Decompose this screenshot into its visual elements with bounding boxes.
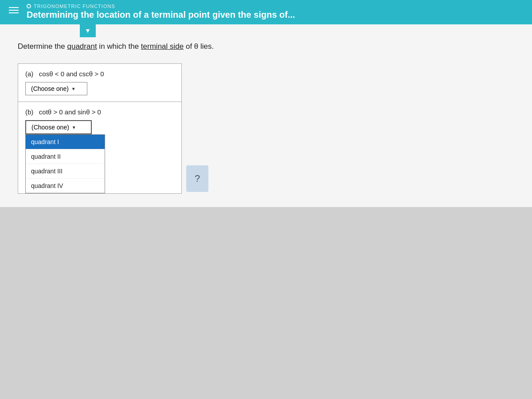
part-a-label: (a) cosθ < 0 and cscθ > 0	[25, 70, 174, 78]
dropdown-list: quadrant I quadrant II quadrant III quad…	[25, 134, 105, 193]
dropdown-option-4[interactable]: quadrant IV	[26, 179, 105, 193]
part-b-condition: cotθ > 0 and sinθ > 0	[39, 108, 101, 116]
quadrant-link[interactable]: quadrant	[67, 42, 97, 51]
top-bar: TRIGONOMETRIC FUNCTIONS Determining the …	[0, 0, 532, 24]
hamburger-menu-icon[interactable]	[9, 7, 19, 13]
dropdown-arrow-icon: ▼	[71, 86, 76, 91]
problems-wrapper: (a) cosθ < 0 and cscθ > 0 (Choose one) ▼…	[18, 63, 182, 194]
part-a-section: (a) cosθ < 0 and cscθ > 0 (Choose one) ▼	[18, 64, 181, 102]
part-b-dropdown[interactable]: (Choose one) ▼	[25, 120, 92, 134]
part-b-dropdown-area: (Choose one) ▼ quadrant I quadrant II qu…	[25, 120, 174, 193]
main-content: ▼ Determine the quadrant in which the te…	[0, 24, 532, 207]
dropdown-option-3[interactable]: quadrant III	[26, 164, 105, 179]
category-label: TRIGONOMETRIC FUNCTIONS	[27, 4, 525, 9]
terminal-side-link[interactable]: terminal side	[141, 42, 184, 51]
top-bar-title: Determining the location of a terminal p…	[27, 10, 525, 20]
question-mark-box[interactable]: ?	[186, 165, 208, 192]
circle-icon	[27, 4, 31, 8]
part-a-condition: cosθ < 0 and cscθ > 0	[39, 70, 104, 78]
part-b-label: (b) cotθ > 0 and sinθ > 0	[25, 108, 174, 116]
dropdown-b-arrow-icon: ▼	[72, 125, 76, 130]
chevron-down-button[interactable]: ▼	[80, 24, 96, 37]
part-b-section: (b) cotθ > 0 and sinθ > 0 (Choose one) ▼…	[18, 102, 181, 193]
question-text: Determine the quadrant in which the term…	[18, 42, 514, 51]
dropdown-option-2[interactable]: quadrant II	[26, 149, 105, 164]
problem-box: (a) cosθ < 0 and cscθ > 0 (Choose one) ▼…	[18, 63, 182, 194]
part-a-dropdown[interactable]: (Choose one) ▼	[25, 82, 87, 95]
dropdown-option-1[interactable]: quadrant I	[26, 135, 105, 149]
